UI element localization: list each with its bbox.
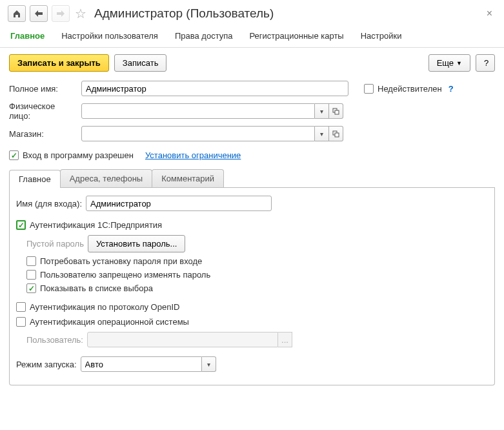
launch-mode-label: Режим запуска: (16, 360, 77, 369)
require-pw-change-label: Потребовать установку пароля при входе (40, 256, 202, 266)
tab-comment[interactable]: Комментарий (152, 169, 224, 187)
invalid-checkbox[interactable] (364, 84, 374, 94)
help-button[interactable]: ? (476, 54, 495, 72)
save-button[interactable]: Записать (114, 54, 167, 72)
cant-change-pw-checkbox[interactable] (26, 270, 36, 280)
os-user-browse-button: ... (278, 332, 292, 347)
cant-change-pw-label: Пользователю запрещено изменять пароль (40, 270, 210, 280)
login-allowed-checkbox[interactable] (9, 150, 19, 160)
require-pw-change-checkbox[interactable] (26, 256, 36, 266)
store-dropdown-button[interactable]: ▾ (315, 126, 329, 141)
auth-1c-label: Аутентификация 1С:Предприятия (30, 220, 162, 230)
svg-rect-1 (335, 110, 339, 114)
fullname-label: Полное имя: (9, 84, 77, 94)
login-name-label: Имя (для входа): (16, 199, 82, 209)
more-label: Еще (437, 58, 454, 68)
auth-1c-checkbox[interactable] (16, 220, 26, 230)
home-button[interactable] (8, 5, 26, 22)
person-open-button[interactable] (329, 103, 343, 119)
set-password-button[interactable]: Установить пароль... (88, 235, 185, 252)
save-close-button[interactable]: Записать и закрыть (9, 54, 109, 72)
auth-os-label: Аутентификация операционной системы (30, 317, 189, 327)
set-restriction-link[interactable]: Установить ограничение (145, 150, 241, 160)
empty-password-label: Пустой пароль (26, 239, 84, 249)
store-open-button[interactable] (329, 126, 343, 141)
tab-main[interactable]: Главное (9, 170, 61, 188)
login-name-input[interactable] (86, 196, 272, 211)
favorite-star-icon[interactable]: ☆ (74, 6, 88, 21)
show-in-list-label: Показывать в списке выбора (40, 283, 153, 293)
svg-rect-3 (335, 133, 339, 137)
auth-os-checkbox[interactable] (16, 317, 26, 327)
launch-mode-input[interactable] (81, 356, 202, 372)
launch-mode-dropdown-button[interactable]: ▾ (202, 356, 216, 372)
invalid-help-icon[interactable]: ? (449, 84, 454, 94)
show-in-list-checkbox[interactable] (26, 283, 36, 293)
store-input[interactable] (81, 126, 315, 141)
person-dropdown-button[interactable]: ▾ (315, 103, 329, 119)
os-user-input (87, 332, 278, 347)
auth-openid-checkbox[interactable] (16, 302, 26, 312)
login-allowed-label: Вход в программу разрешен (23, 150, 134, 160)
person-input[interactable] (81, 103, 315, 119)
menu-settings[interactable]: Настройки (361, 31, 402, 41)
window-title: Администратор (Пользователь) (94, 6, 274, 21)
close-button[interactable]: × (483, 8, 496, 19)
person-label: Физическое лицо: (9, 101, 77, 121)
invalid-label: Недействителен (378, 84, 442, 94)
os-user-label: Пользователь: (26, 335, 83, 345)
auth-openid-label: Аутентификация по протоколу OpenID (30, 302, 179, 312)
menu-access-rights[interactable]: Права доступа (175, 31, 233, 41)
back-button[interactable] (30, 5, 48, 22)
more-button[interactable]: Еще▼ (428, 54, 470, 72)
menu-main[interactable]: Главное (10, 31, 45, 41)
fullname-input[interactable] (81, 81, 348, 96)
menu-user-settings[interactable]: Настройки пользователя (61, 31, 158, 41)
tab-addresses[interactable]: Адреса, телефоны (60, 169, 153, 187)
chevron-down-icon: ▼ (456, 60, 462, 67)
menu-reg-cards[interactable]: Регистрационные карты (250, 31, 344, 41)
store-label: Магазин: (9, 129, 77, 139)
forward-button (52, 5, 70, 22)
